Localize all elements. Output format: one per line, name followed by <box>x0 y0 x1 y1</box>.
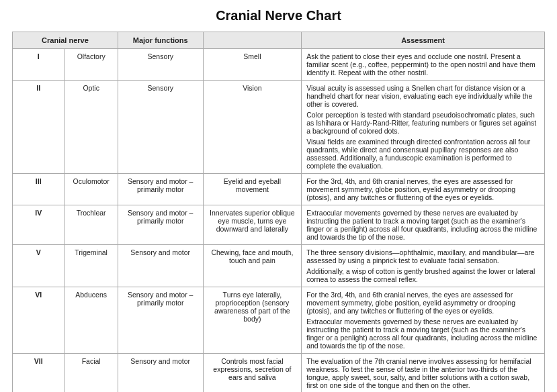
nerve-assessment: Visual acuity is assessed using a Snelle… <box>302 81 545 174</box>
nerve-numeral: V <box>13 245 65 287</box>
nerve-assessment: Ask the patient to close their eyes and … <box>302 49 545 81</box>
assessment-paragraph: The evaluation of the 7th cranial nerve … <box>306 357 540 389</box>
nerve-name: Trigeminal <box>65 245 118 287</box>
nerve-functions: Sensory and motor – primarily motor <box>118 287 203 354</box>
nerve-major: Chewing, face and mouth, touch and pain <box>203 245 302 287</box>
page: Cranial Nerve Chart Cranial nerve Major … <box>0 0 557 392</box>
nerve-functions: Sensory and motor <box>118 245 203 287</box>
table-row: VTrigeminalSensory and motorChewing, fac… <box>13 245 545 287</box>
assessment-paragraph: Visual acuity is assessed using a Snelle… <box>306 84 540 108</box>
nerve-functions: Sensory and motor – primarily motor <box>118 174 203 205</box>
nerve-numeral: II <box>13 81 65 174</box>
nerve-numeral: IV <box>13 205 65 245</box>
nerve-major: Vision <box>203 81 302 174</box>
nerve-functions: Sensory and motor – primarily motor <box>118 205 203 245</box>
assessment-paragraph: Extraocular movements governed by these … <box>306 209 540 241</box>
nerve-major: Smell <box>203 49 302 81</box>
assessment-paragraph: Visual fields are examined through direc… <box>306 138 540 170</box>
nerve-name: Olfactory <box>65 49 118 81</box>
nerve-major: Controls most facial expressions, secret… <box>203 354 302 393</box>
nerve-functions: Sensory and motor <box>118 354 203 393</box>
table-row: IOlfactorySensorySmellAsk the patient to… <box>13 49 545 81</box>
header-cranial-nerve: Cranial nerve <box>13 32 118 49</box>
nerve-numeral: VII <box>13 354 65 393</box>
nerve-name: Trochlear <box>65 205 118 245</box>
assessment-paragraph: Additionally, a wisp of cotton is gently… <box>306 267 540 283</box>
assessment-paragraph: Ask the patient to close their eyes and … <box>306 52 540 77</box>
nerve-name: Abducens <box>65 287 118 354</box>
nerve-assessment: The three sensory divisions—ophthalmic, … <box>302 245 545 287</box>
nerve-assessment: The evaluation of the 7th cranial nerve … <box>302 354 545 393</box>
header-major-functions: Major functions <box>118 32 203 49</box>
nerve-functions: Sensory <box>118 81 203 174</box>
nerve-numeral: I <box>13 49 65 81</box>
nerve-name: Oculomotor <box>65 174 118 205</box>
nerve-assessment: For the 3rd, 4th, and 6th cranial nerves… <box>302 174 545 205</box>
nerve-major: Turns eye laterally, proprioception (sen… <box>203 287 302 354</box>
table-row: IIIOculomotorSensory and motor – primari… <box>13 174 545 205</box>
nerve-major: Eyelid and eyeball movement <box>203 174 302 205</box>
table-row: VIIFacialSensory and motorControls most … <box>13 354 545 393</box>
nerve-name: Facial <box>65 354 118 393</box>
nerve-functions: Sensory <box>118 49 203 81</box>
assessment-paragraph: For the 3rd, 4th, and 6th cranial nerves… <box>306 177 540 201</box>
header-assessment: Assessment <box>302 32 545 49</box>
header-major <box>203 32 302 49</box>
cranial-nerve-table: Cranial nerve Major functions Assessment… <box>12 32 545 392</box>
nerve-numeral: III <box>13 174 65 205</box>
page-title: Cranial Nerve Chart <box>12 8 545 23</box>
assessment-paragraph: For the 3rd, 4th, and 6th cranial nerves… <box>306 291 540 315</box>
nerve-assessment: For the 3rd, 4th, and 6th cranial nerves… <box>302 287 545 354</box>
table-row: IVTrochlearSensory and motor – primarily… <box>13 205 545 245</box>
nerve-assessment: Extraocular movements governed by these … <box>302 205 545 245</box>
nerve-name: Optic <box>65 81 118 174</box>
nerve-major: Innervates superior oblique eye muscle, … <box>203 205 302 245</box>
table-row: IIOpticSensoryVisionVisual acuity is ass… <box>13 81 545 174</box>
assessment-paragraph: Color perception is tested with standard… <box>306 111 540 135</box>
nerve-numeral: VI <box>13 287 65 354</box>
table-row: VIAbducensSensory and motor – primarily … <box>13 287 545 354</box>
assessment-paragraph: Extraocular movements governed by these … <box>306 317 540 350</box>
assessment-paragraph: The three sensory divisions—ophthalmic, … <box>306 248 540 264</box>
